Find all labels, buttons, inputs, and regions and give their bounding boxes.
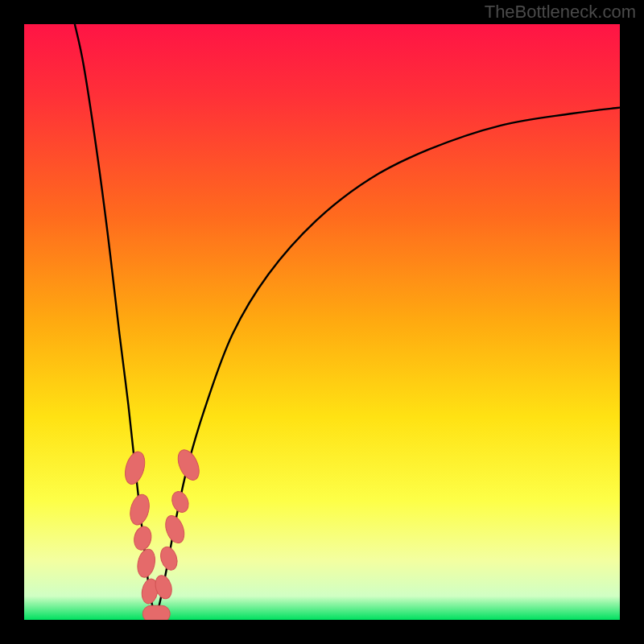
gradient-background [24,24,620,620]
watermark-text: TheBottleneck.com [485,2,636,23]
plot-area [24,24,620,620]
bottleneck-curve-chart [24,24,620,620]
chart-frame: TheBottleneck.com [0,0,644,644]
marker-capsule [142,605,170,620]
